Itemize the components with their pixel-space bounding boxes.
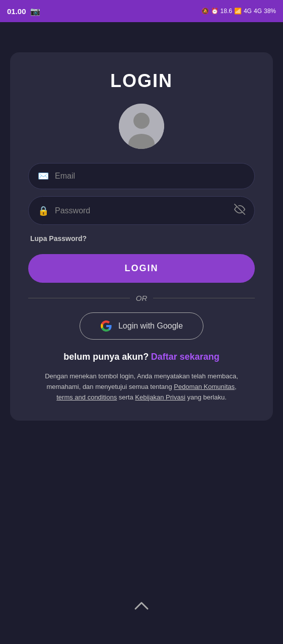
battery-level: 38% xyxy=(264,8,276,15)
or-text: OR xyxy=(136,294,148,302)
wifi-icon: 📶 xyxy=(234,8,242,15)
terms-and-conditions-link[interactable]: terms and conditions xyxy=(56,393,117,401)
email-input-group: ✉️ xyxy=(28,163,255,189)
forgot-password-link[interactable]: Lupa Password? xyxy=(30,234,87,243)
signal-4g-2: 4G xyxy=(254,8,262,15)
register-link[interactable]: Daftar sekarang xyxy=(151,352,220,362)
google-button-label: Login with Google xyxy=(118,321,183,331)
login-title: LOGIN xyxy=(110,70,173,92)
email-icon: ✉️ xyxy=(38,171,49,182)
or-line-right xyxy=(153,298,255,298)
avatar xyxy=(119,104,164,149)
terms-text: Dengan menekan tombol login, Anda menyat… xyxy=(28,371,255,403)
status-right: 🔕 ⏰ 18.6 📶 4G 4G 38% xyxy=(201,8,276,15)
status-bar: 01.00 📷 🔕 ⏰ 18.6 📶 4G 4G 38% xyxy=(0,0,283,22)
login-card: LOGIN ✉️ 🔒 xyxy=(10,52,273,421)
password-input-wrapper: 🔒 xyxy=(28,196,255,225)
password-field[interactable] xyxy=(55,206,228,215)
login-button[interactable]: LOGIN xyxy=(28,254,255,283)
signal-4g-1: 4G xyxy=(244,8,252,15)
register-section: belum punya akun? Daftar sekarang xyxy=(28,352,255,362)
register-prompt: belum punya akun? xyxy=(63,352,149,362)
email-field[interactable] xyxy=(55,172,245,181)
pedoman-link[interactable]: Pedoman Komunitas xyxy=(174,383,235,390)
instagram-icon: 📷 xyxy=(30,7,40,16)
avatar-icon xyxy=(119,104,164,149)
data-speed: 18.6 xyxy=(221,8,232,15)
status-left: 01.00 📷 xyxy=(7,7,40,16)
google-login-button[interactable]: Login with Google xyxy=(80,312,203,340)
terms-section: Dengan menekan tombol login, Anda menyat… xyxy=(28,371,255,403)
mute-icon: 🔕 xyxy=(201,8,209,15)
lock-icon: 🔒 xyxy=(38,205,49,216)
password-input-group: 🔒 xyxy=(28,196,255,225)
or-line-left xyxy=(28,298,130,298)
email-input-wrapper: ✉️ xyxy=(28,163,255,189)
alarm-icon: ⏰ xyxy=(211,8,219,15)
chevron-up-icon[interactable] xyxy=(134,600,149,614)
forgot-password-section: Lupa Password? xyxy=(28,234,255,243)
kebijakan-link[interactable]: Kebijakan Privasi xyxy=(135,393,185,401)
eye-off-icon[interactable] xyxy=(234,204,245,217)
main-background: LOGIN ✉️ 🔒 xyxy=(0,22,283,644)
bottom-area xyxy=(119,421,164,624)
or-divider: OR xyxy=(28,294,255,302)
google-icon xyxy=(100,320,112,332)
status-time: 01.00 xyxy=(7,7,26,16)
avatar-container xyxy=(119,104,164,149)
svg-point-1 xyxy=(133,113,150,129)
